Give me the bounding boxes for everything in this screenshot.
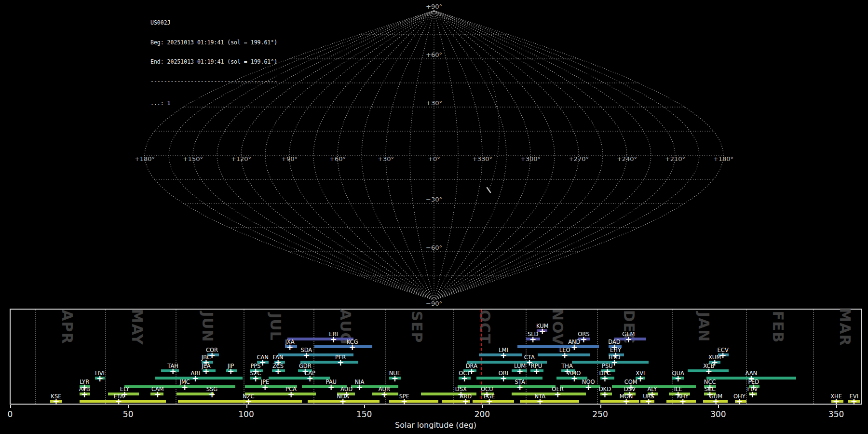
shower-label-lyr: LYR bbox=[80, 379, 89, 385]
shower-bar-cap bbox=[269, 377, 330, 380]
latitude-label: −30° bbox=[426, 196, 442, 203]
longitude-label: +330° bbox=[472, 155, 492, 163]
shower-label-scc: SCC bbox=[705, 386, 716, 393]
shower-label-nta: NTA bbox=[534, 393, 545, 400]
x-tick-label-100: 100 bbox=[238, 409, 254, 419]
shower-label-avb: AVB bbox=[79, 386, 90, 393]
shower-label-ecv: ECV bbox=[718, 347, 729, 353]
shower-label-amo: AMO bbox=[568, 370, 581, 377]
shower-label-eri: ERI bbox=[329, 331, 338, 338]
shower-bar-mon bbox=[600, 400, 639, 403]
station-id: US002J bbox=[150, 20, 277, 27]
shower-label-nzc: NZC bbox=[243, 393, 255, 400]
month-label-mar: MAR bbox=[837, 308, 854, 346]
longitude-label: +90° bbox=[281, 155, 298, 163]
shower-label-dad: DAD bbox=[608, 339, 620, 345]
x-axis-title: Solar longitude (deg) bbox=[395, 420, 476, 430]
x-tick-0 bbox=[10, 405, 11, 408]
shower-label-eta: ETA bbox=[114, 393, 124, 400]
shower-label-fan: FAN bbox=[272, 354, 283, 361]
month-label-jun: JUN bbox=[199, 312, 216, 342]
shower-label-jxa: JXA bbox=[285, 339, 294, 345]
x-tick-label-250: 250 bbox=[592, 409, 608, 419]
x-tick-label-200: 200 bbox=[475, 409, 490, 419]
x-tick-250 bbox=[600, 405, 601, 408]
shower-bar-eri bbox=[287, 338, 353, 340]
shower-label-cam: CAM bbox=[151, 386, 164, 393]
month-label-jul: JUL bbox=[267, 313, 284, 341]
shower-bar-noo bbox=[560, 385, 600, 388]
shower-label-zcs: ZCS bbox=[272, 363, 284, 369]
shower-label-kum: KUM bbox=[536, 323, 549, 329]
shower-label-jea: JEA bbox=[202, 363, 211, 369]
longitude-label: +60° bbox=[329, 155, 346, 163]
longitude-label: +210° bbox=[665, 155, 685, 163]
shower-label-rpu: RPU bbox=[531, 363, 542, 369]
shower-label-jip: JIP bbox=[228, 363, 234, 369]
shower-label-nia: NIA bbox=[354, 379, 364, 385]
shower-bar-sta bbox=[458, 385, 556, 388]
shower-bar-ari bbox=[155, 377, 243, 380]
longitude-label: +150° bbox=[183, 155, 203, 163]
month-separator-apr bbox=[35, 310, 36, 404]
month-separator-dec bbox=[597, 310, 598, 404]
shower-label-dkd: DKD bbox=[599, 386, 611, 393]
shower-label-ohy: OHY bbox=[733, 393, 746, 400]
shower-label-gdr: GDR bbox=[299, 363, 312, 369]
shower-label-hyd: HYD bbox=[609, 354, 621, 361]
shower-label-szc: SZC bbox=[250, 370, 261, 377]
shower-label-jbc: JBC bbox=[202, 354, 211, 361]
month-label-jan: JAN bbox=[695, 312, 712, 342]
x-tick-350 bbox=[836, 405, 837, 408]
meteor-count: ...: 1 bbox=[150, 100, 277, 107]
shower-label-psu: PSU bbox=[602, 363, 613, 369]
month-label-nov: NOV bbox=[549, 309, 566, 345]
shower-label-spe: SPE bbox=[399, 393, 410, 400]
shower-label-gem: GEM bbox=[622, 331, 635, 338]
x-tick-150 bbox=[364, 405, 365, 408]
shower-label-can: CAN bbox=[257, 354, 269, 361]
shower-label-aly: ALY bbox=[647, 386, 657, 393]
shower-label-dpc: DPC bbox=[599, 370, 610, 377]
latitude-label: −90° bbox=[426, 300, 442, 307]
shower-label-qua: QUA bbox=[672, 370, 684, 377]
shower-bar-nta bbox=[520, 400, 579, 403]
x-tick-label-50: 50 bbox=[123, 409, 134, 419]
shower-label-kcg: KCG bbox=[347, 339, 358, 345]
shower-label-sta: STA bbox=[515, 379, 525, 385]
shower-label-kse: KSE bbox=[51, 393, 61, 400]
shower-label-lum: LUM bbox=[514, 363, 526, 369]
shower-label-pps: PPS bbox=[250, 363, 260, 369]
shower-label-dra: DRA bbox=[466, 363, 477, 369]
shower-label-dsv: DSV bbox=[624, 386, 636, 393]
month-label-sep: SEP bbox=[408, 311, 425, 343]
shower-label-ely: ELY bbox=[120, 386, 129, 393]
shower-label-ege: EGE bbox=[484, 393, 495, 400]
shower-label-mon: MON bbox=[620, 393, 633, 400]
shower-bar-jmc bbox=[124, 385, 235, 388]
shower-bar-pau bbox=[302, 385, 347, 388]
meteor-trail-arc bbox=[488, 70, 499, 192]
shower-label-ssg: SSG bbox=[206, 386, 218, 393]
longitude-label: +180° bbox=[135, 155, 155, 163]
shower-bar-pca bbox=[245, 393, 316, 395]
month-label-feb: FEB bbox=[770, 311, 787, 343]
x-tick-300 bbox=[718, 405, 719, 408]
shower-label-aud: AUD bbox=[340, 386, 353, 393]
longitude-label: +30° bbox=[378, 155, 394, 163]
shower-label-urs: URS bbox=[643, 393, 654, 400]
shower-label-leo: LEO bbox=[559, 347, 570, 353]
shower-label-fed: FED bbox=[748, 379, 759, 385]
month-label-may: MAY bbox=[129, 309, 146, 345]
shower-label-oct: OCT bbox=[459, 370, 470, 377]
shower-label-xcb: XCB bbox=[703, 363, 714, 369]
x-tick-50 bbox=[128, 405, 129, 408]
shower-label-nda: NDA bbox=[337, 393, 349, 400]
shower-label-aur: AUR bbox=[379, 386, 390, 393]
longitude-label: +300° bbox=[520, 155, 541, 163]
end-time: End: 20251013 01:19:41 (sol = 199.61°) bbox=[150, 59, 277, 66]
latitude-label: +60° bbox=[426, 51, 442, 58]
longitude-label: +120° bbox=[231, 155, 251, 163]
shower-label-lmi: LMI bbox=[499, 347, 508, 353]
latitude-label: +90° bbox=[426, 3, 442, 10]
